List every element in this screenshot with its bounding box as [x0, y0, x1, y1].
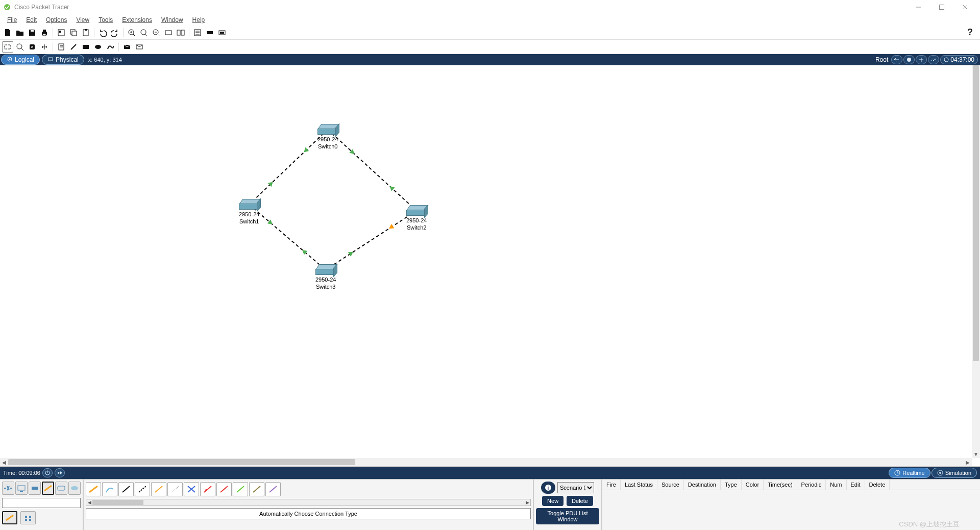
category-network-devices[interactable]: [2, 482, 14, 495]
category-end-devices[interactable]: [15, 482, 28, 495]
conn-scroll-left[interactable]: ◀: [86, 499, 92, 506]
pdu-col-delete[interactable]: Delete: [865, 479, 890, 490]
zoom-out-button[interactable]: [151, 27, 162, 38]
custom-devices-button[interactable]: [175, 27, 186, 38]
pdu-col-type[interactable]: Type: [721, 479, 742, 490]
delete-tool-button[interactable]: [27, 41, 38, 53]
redo-button[interactable]: [109, 27, 120, 38]
pdu-col-periodic[interactable]: Periodic: [797, 479, 826, 490]
connection-scroll[interactable]: ◀ ▶: [86, 499, 531, 506]
undo-button[interactable]: [97, 27, 108, 38]
conn-scroll-thumb[interactable]: [92, 500, 143, 505]
menu-tools[interactable]: Tools: [94, 15, 117, 24]
copy-button[interactable]: [68, 27, 79, 38]
ellipse-tool-button[interactable]: [92, 41, 104, 53]
vscroll-thumb[interactable]: [973, 65, 979, 361]
category-components[interactable]: [29, 482, 41, 495]
device-switch1[interactable]: 2950-24Switch1: [239, 199, 259, 225]
connection-phone-button[interactable]: [167, 482, 183, 496]
toggle-pdu-list-button[interactable]: Toggle PDU List Window: [536, 508, 599, 524]
cluster-button[interactable]: [903, 55, 915, 64]
device-switch2[interactable]: 2950-24Switch2: [406, 205, 427, 232]
paste-button[interactable]: [80, 27, 91, 38]
menu-edit[interactable]: Edit: [22, 15, 41, 24]
scroll-down-arrow[interactable]: ▼: [972, 450, 980, 458]
scenario-delete-button[interactable]: Delete: [567, 496, 593, 506]
realtime-tab[interactable]: Realtime: [889, 468, 930, 478]
scroll-right-arrow[interactable]: ▶: [964, 458, 972, 466]
category-miscellaneous[interactable]: [55, 482, 67, 495]
device-search-input[interactable]: [2, 498, 81, 508]
zoom-in-button[interactable]: [126, 27, 137, 38]
command-log-button[interactable]: [192, 27, 203, 38]
connection-crossover-button[interactable]: [135, 482, 150, 496]
pdu-col-timesec[interactable]: Time(sec): [764, 479, 797, 490]
menu-window[interactable]: Window: [157, 15, 187, 24]
select-tool-button[interactable]: [2, 41, 13, 53]
move-object-button[interactable]: [916, 55, 927, 64]
connection-usb-button[interactable]: [265, 482, 281, 496]
horizontal-scrollbar[interactable]: ◀ ▶: [0, 458, 972, 466]
print-button[interactable]: [39, 27, 50, 38]
connection-coaxial-button[interactable]: [184, 482, 199, 496]
physical-tab[interactable]: Physical: [42, 55, 84, 65]
category-multiuser[interactable]: [68, 482, 81, 495]
close-button[interactable]: [953, 0, 977, 14]
connection-serial-dte-button[interactable]: [216, 482, 232, 496]
pdu-col-edit[interactable]: Edit: [847, 479, 865, 490]
line-tool-button[interactable]: [68, 41, 79, 53]
connection-octal-button[interactable]: [233, 482, 248, 496]
hscroll-thumb[interactable]: [8, 459, 355, 465]
connection-straight-button[interactable]: [118, 482, 134, 496]
help-button[interactable]: ?: [967, 27, 978, 38]
misc-button-1[interactable]: [204, 27, 215, 38]
device-switch3[interactable]: 2950-24Switch3: [315, 264, 336, 291]
save-button[interactable]: [27, 27, 38, 38]
scroll-left-arrow[interactable]: ◀: [0, 458, 8, 466]
conn-scroll-right[interactable]: ▶: [524, 499, 530, 506]
activity-wizard-button[interactable]: [56, 27, 67, 38]
scenario-new-button[interactable]: New: [542, 496, 564, 506]
pdu-col-destination[interactable]: Destination: [684, 479, 721, 490]
set-background-button[interactable]: [928, 55, 939, 64]
zoom-reset-button[interactable]: [138, 27, 150, 38]
rectangle-tool-button[interactable]: [80, 41, 91, 53]
fast-forward-button[interactable]: [55, 468, 65, 477]
scenario-info-icon[interactable]: i: [541, 482, 555, 494]
inspect-tool-button[interactable]: [14, 41, 26, 53]
connection-fiber-button[interactable]: [151, 482, 166, 496]
pdu-col-fire[interactable]: Fire: [602, 479, 621, 490]
menu-options[interactable]: Options: [42, 15, 71, 24]
menu-extensions[interactable]: Extensions: [118, 15, 156, 24]
misc-button-2[interactable]: [216, 27, 228, 38]
new-file-button[interactable]: [2, 27, 13, 38]
scenario-select[interactable]: Scenario 0: [557, 482, 594, 493]
connection-serial-dce-button[interactable]: [200, 482, 215, 496]
complex-pdu-button[interactable]: [134, 41, 145, 53]
minimize-button[interactable]: [906, 0, 930, 14]
subcategory-connections-all[interactable]: [2, 511, 17, 524]
device-switch0[interactable]: 2950-24Switch0: [317, 124, 338, 150]
open-file-button[interactable]: [14, 27, 26, 38]
subcategory-connections-grid[interactable]: [20, 511, 36, 524]
note-tool-button[interactable]: [56, 41, 67, 53]
vertical-scrollbar[interactable]: ▲ ▼: [972, 65, 980, 458]
connection-console-button[interactable]: [102, 482, 117, 496]
drawing-palette-button[interactable]: [163, 27, 174, 38]
pdu-col-num[interactable]: Num: [826, 479, 846, 490]
pdu-col-color[interactable]: Color: [742, 479, 764, 490]
root-label[interactable]: Root: [875, 56, 888, 63]
connection-iot-button[interactable]: [249, 482, 264, 496]
power-cycle-button[interactable]: [42, 468, 53, 477]
maximize-button[interactable]: [930, 0, 953, 14]
pdu-col-laststatus[interactable]: Last Status: [621, 479, 657, 490]
canvas[interactable]: 2950-24Switch0 2950-24Switch1 2950-24Swi…: [0, 65, 972, 458]
menu-help[interactable]: Help: [188, 15, 209, 24]
simple-pdu-button[interactable]: [121, 41, 133, 53]
resize-tool-button[interactable]: [39, 41, 50, 53]
environment-clock[interactable]: 04:37:00: [940, 55, 978, 64]
menu-file[interactable]: File: [3, 15, 21, 24]
simulation-tab[interactable]: Simulation: [932, 468, 977, 478]
menu-view[interactable]: View: [72, 15, 93, 24]
back-nav-button[interactable]: [891, 55, 902, 64]
